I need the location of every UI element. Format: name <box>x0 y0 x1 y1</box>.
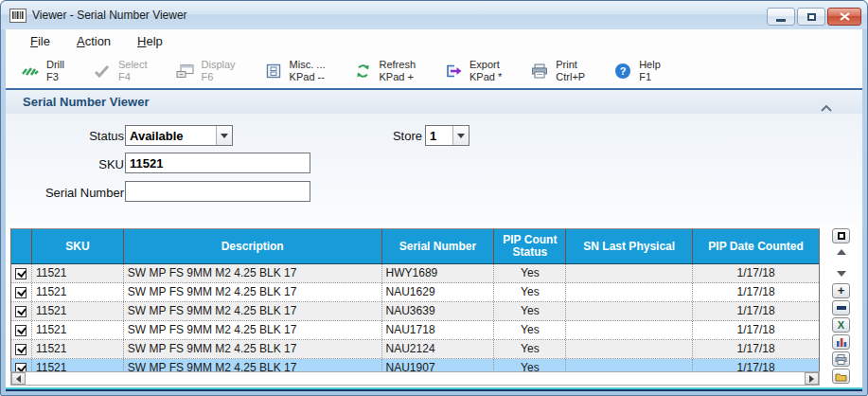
status-dropdown[interactable]: Available <box>125 125 233 146</box>
vertical-scrollbar-track[interactable] <box>834 258 848 267</box>
checkbox-cell <box>11 321 32 339</box>
arrow-right-icon <box>809 375 814 383</box>
chevron-down-icon <box>221 134 228 138</box>
arrow-left-icon <box>16 375 21 383</box>
column-header-description[interactable]: Description <box>124 229 382 263</box>
table-row[interactable]: 11521SW MP FS 9MM M2 4.25 BLK 17NAU1629Y… <box>11 283 819 302</box>
misc-label: Misc. ... <box>290 59 326 71</box>
help-button[interactable]: ? HelpF1 <box>606 56 668 86</box>
display-button[interactable]: DisplayF6 <box>168 56 243 86</box>
table-row[interactable]: 11521SW MP FS 9MM M2 4.25 BLK 17NAU3639Y… <box>11 302 819 321</box>
misc-button[interactable]: Misc. ...KPad -- <box>257 56 333 86</box>
sku-label: SKU <box>10 157 124 171</box>
column-header-pip-date-counted[interactable]: PIP Date Counted <box>693 229 819 263</box>
store-dropdown[interactable]: 1 <box>425 125 469 146</box>
print-grid-button[interactable] <box>832 351 850 367</box>
cell-description: SW MP FS 9MM M2 4.25 BLK 17 <box>124 264 382 282</box>
drill-label: Drill <box>46 59 64 71</box>
cell-serial: HWY1689 <box>382 264 495 282</box>
scroll-right-button[interactable] <box>805 372 819 385</box>
maximize-grid-button[interactable] <box>832 228 850 243</box>
row-checkbox[interactable] <box>15 287 27 298</box>
horizontal-scrollbar[interactable] <box>10 371 820 386</box>
table-header-row: SKUDescriptionSerial NumberPIP Count Sta… <box>11 229 819 264</box>
open-folder-button[interactable] <box>832 369 850 384</box>
select-label: Select <box>118 59 148 71</box>
cell-description: SW MP FS 9MM M2 4.25 BLK 17 <box>124 302 382 320</box>
status-value: Available <box>126 129 216 143</box>
print-icon <box>530 63 549 79</box>
menu-file[interactable]: File <box>19 31 62 51</box>
zoom-in-button[interactable]: + <box>832 283 850 298</box>
zoom-out-button[interactable] <box>832 300 850 315</box>
title-bar[interactable]: Viewer - Serial Number Viewer <box>1 1 867 29</box>
scroll-left-button[interactable] <box>11 372 26 385</box>
cell-pip-date-counted: 1/17/18 <box>693 340 819 358</box>
column-header-sn-last-physical[interactable]: SN Last Physical <box>566 229 693 263</box>
row-checkbox[interactable] <box>15 268 27 279</box>
page-title: Serial Number Viewer <box>23 95 149 109</box>
misc-shortcut: KPad -- <box>290 71 326 83</box>
print-button[interactable]: PrintCtrl+P <box>523 56 593 86</box>
row-checkbox[interactable] <box>15 325 27 336</box>
check-icon <box>93 64 112 78</box>
cell-sku: 11521 <box>32 264 124 282</box>
table-row[interactable]: 11521SW MP FS 9MM M2 4.25 BLK 17NAU1718Y… <box>11 321 819 340</box>
cell-description: SW MP FS 9MM M2 4.25 BLK 17 <box>124 321 382 339</box>
sku-input[interactable] <box>125 153 310 173</box>
bar-chart-icon <box>836 336 847 348</box>
close-icon <box>840 12 850 21</box>
checkbox-cell <box>11 302 32 320</box>
drill-icon <box>21 63 40 78</box>
table-row[interactable]: 11521SW MP FS 9MM M2 4.25 BLK 17NAU2124Y… <box>11 340 819 359</box>
minimize-button[interactable] <box>767 8 795 26</box>
help-shortcut: F1 <box>639 71 661 83</box>
column-header-serial[interactable]: Serial Number <box>382 229 495 263</box>
cell-pip-date-counted: 1/17/18 <box>693 283 819 301</box>
window-title: Viewer - Serial Number Viewer <box>32 9 187 22</box>
menu-action[interactable]: Action <box>65 31 122 51</box>
drill-button[interactable]: DrillF3 <box>13 56 72 86</box>
chart-button[interactable] <box>832 334 850 350</box>
cell-serial: NAU1629 <box>382 283 495 301</box>
scroll-up-button[interactable] <box>837 245 846 258</box>
print-shortcut: Ctrl+P <box>556 71 585 83</box>
barcode-app-icon <box>9 9 27 23</box>
row-checkbox[interactable] <box>15 306 27 317</box>
refresh-button[interactable]: RefreshKPad + <box>346 56 424 86</box>
status-dropdown-arrow[interactable] <box>216 126 232 145</box>
export-label: Export <box>469 59 502 71</box>
close-button[interactable] <box>827 8 861 26</box>
table-row[interactable]: 11521SW MP FS 9MM M2 4.25 BLK 17HWY1689Y… <box>11 264 819 283</box>
checkbox-cell <box>11 283 32 301</box>
misc-icon <box>264 63 283 79</box>
serial-number-input[interactable] <box>125 181 310 202</box>
scroll-down-button[interactable] <box>837 267 846 279</box>
cell-sku: 11521 <box>32 283 124 301</box>
export-excel-button[interactable]: X <box>832 317 850 333</box>
row-checkbox[interactable] <box>15 344 27 355</box>
store-dropdown-arrow[interactable] <box>452 126 469 145</box>
client-area: FileActionHelp DrillF3 SelectF4 DisplayF… <box>6 29 862 391</box>
cell-serial: NAU1718 <box>382 321 495 339</box>
minimize-icon <box>776 19 786 22</box>
export-button[interactable]: ExportKPad * <box>436 56 509 86</box>
menu-help[interactable]: Help <box>126 31 174 51</box>
status-label: Status <box>10 129 124 143</box>
chevron-down-icon <box>457 134 465 138</box>
select-button[interactable]: SelectF4 <box>85 56 155 86</box>
excel-icon: X <box>838 319 844 331</box>
column-header-pip-count-status[interactable]: PIP Count Status <box>494 229 566 263</box>
export-shortcut: KPad * <box>469 71 502 83</box>
serial-number-label: Serial Number <box>10 186 124 200</box>
cell-serial: NAU3639 <box>382 302 495 320</box>
cell-description: SW MP FS 9MM M2 4.25 BLK 17 <box>124 340 382 358</box>
help-label: Help <box>639 59 661 71</box>
cell-pip-count-status: Yes <box>494 264 566 282</box>
refresh-shortcut: KPad + <box>380 71 416 83</box>
serials-table: SKUDescriptionSerial NumberPIP Count Sta… <box>10 228 820 379</box>
help-icon: ? <box>613 63 632 80</box>
cell-sn-last-physical <box>566 340 693 358</box>
column-header-sku[interactable]: SKU <box>32 229 124 263</box>
restore-button[interactable] <box>797 8 825 26</box>
